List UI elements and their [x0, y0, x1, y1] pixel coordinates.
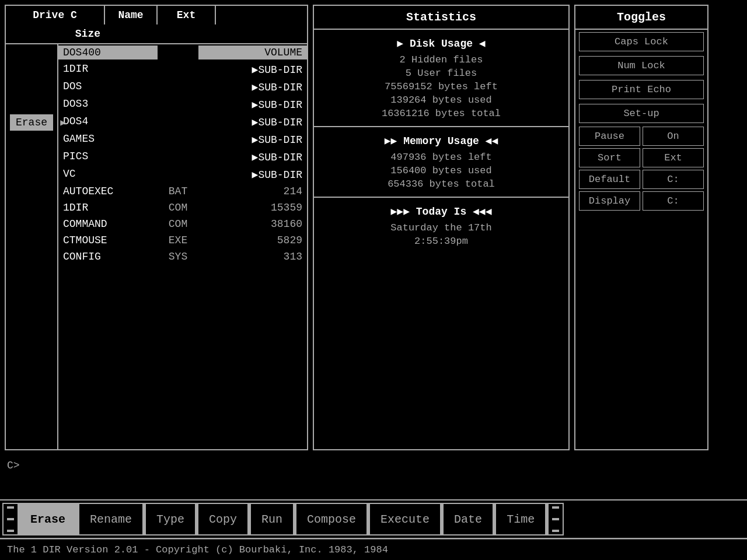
- pause-button[interactable]: Pause: [579, 127, 640, 146]
- table-row[interactable]: COMMANDCOM38160: [58, 216, 307, 232]
- date-toolbar-button[interactable]: Date: [442, 503, 494, 536]
- table-row[interactable]: GAMES▶SUB-DIR: [58, 131, 307, 148]
- footer: The 1 DIR Version 2.01 - Copyright (c) B…: [0, 539, 747, 560]
- display-row: Display C:: [579, 191, 704, 211]
- edge-line-2: [7, 518, 14, 520]
- sort-value[interactable]: Ext: [643, 148, 704, 167]
- file-name: DOS: [58, 79, 158, 94]
- cmd-prompt: C>: [0, 455, 747, 476]
- file-ext: [158, 132, 198, 147]
- file-name: 1DIR: [58, 62, 158, 77]
- table-row[interactable]: 1DIR▶SUB-DIR: [58, 61, 307, 78]
- toolbar: Erase Rename Type Copy Run Compose Execu…: [0, 499, 747, 539]
- ext-header: Ext: [158, 6, 216, 24]
- file-size: 15359: [198, 201, 307, 215]
- mem-line-2: 654336 bytes total: [388, 178, 495, 190]
- mem-line-0: 497936 bytes left: [390, 152, 491, 163]
- file-size: 5829: [198, 233, 307, 247]
- erase-toolbar-button[interactable]: Erase: [19, 503, 77, 536]
- file-header: Drive C Name Ext Size: [6, 6, 307, 44]
- erase-column: Erase: [6, 44, 58, 449]
- time-toolbar-button[interactable]: Time: [495, 503, 546, 536]
- today-line-1: 2:55:39pm: [414, 236, 468, 247]
- edge-line-6: [552, 530, 559, 532]
- file-size: 214: [198, 184, 307, 198]
- file-ext: COM: [158, 201, 198, 215]
- disk-usage-section: ▶ Disk Usage ◀ 2 Hidden files 5 User fil…: [314, 30, 568, 127]
- memory-usage-section: ▶▶ Memory Usage ◀◀ 497936 bytes left 156…: [314, 127, 568, 198]
- memory-usage-title: ▶▶ Memory Usage ◀◀: [385, 134, 498, 147]
- num-lock-button[interactable]: Num Lock: [579, 56, 704, 75]
- table-row[interactable]: DOS400VOLUME: [58, 44, 307, 61]
- toolbar-left-edge: [2, 503, 19, 536]
- table-row[interactable]: CTMOUSEEXE5829: [58, 232, 307, 249]
- caps-lock-button[interactable]: Caps Lock: [579, 32, 704, 51]
- file-list-area: Erase DOS400VOLUME1DIR▶SUB-DIRDOS▶SUB-DI…: [6, 44, 307, 449]
- rename-toolbar-button[interactable]: Rename: [78, 503, 144, 536]
- file-name: GAMES: [58, 132, 158, 147]
- file-size: 313: [198, 250, 307, 264]
- toolbar-right-edge: [547, 503, 564, 536]
- setup-button[interactable]: Set-up: [579, 104, 704, 123]
- file-name: AUTOEXEC: [58, 184, 158, 198]
- default-value[interactable]: C:: [643, 170, 704, 189]
- table-row[interactable]: PICS▶SUB-DIR: [58, 148, 307, 166]
- file-ext: [158, 46, 198, 60]
- file-name: COMMAND: [58, 217, 158, 231]
- pause-value[interactable]: On: [643, 127, 704, 146]
- file-size: ▶SUB-DIR: [198, 132, 307, 147]
- file-panel: Drive C Name Ext Size Erase DOS400VOLUME…: [5, 5, 308, 450]
- display-button[interactable]: Display: [579, 191, 640, 211]
- table-row[interactable]: 1DIRCOM15359: [58, 200, 307, 216]
- drive-label: Drive C: [6, 6, 105, 24]
- file-size: ▶SUB-DIR: [198, 62, 307, 77]
- today-section: ▶▶▶ Today Is ◀◀◀ Saturday the 17th 2:55:…: [314, 198, 568, 254]
- today-title: ▶▶▶ Today Is ◀◀◀: [390, 205, 491, 218]
- run-toolbar-button[interactable]: Run: [250, 503, 294, 536]
- default-row: Default C:: [579, 170, 704, 189]
- file-name: DOS4: [58, 114, 158, 130]
- file-name: 1DIR: [58, 201, 158, 215]
- mem-line-1: 156400 bytes used: [390, 165, 491, 176]
- edge-line-4: [552, 506, 559, 509]
- file-ext: [158, 149, 198, 164]
- file-size: ▶SUB-DIR: [198, 97, 307, 112]
- file-ext: [158, 97, 198, 112]
- file-ext: COM: [158, 217, 198, 231]
- file-ext: EXE: [158, 233, 198, 247]
- table-row[interactable]: AUTOEXECBAT214: [58, 183, 307, 200]
- table-row[interactable]: DOS3▶SUB-DIR: [58, 96, 307, 113]
- disk-usage-title: ▶ Disk Usage ◀: [397, 37, 485, 50]
- default-button[interactable]: Default: [579, 170, 640, 189]
- file-ext: [158, 167, 198, 182]
- execute-toolbar-button[interactable]: Execute: [369, 503, 441, 536]
- compose-toolbar-button[interactable]: Compose: [295, 503, 368, 536]
- file-name: VC: [58, 167, 158, 182]
- type-toolbar-button[interactable]: Type: [145, 503, 196, 536]
- disk-line-1: 5 User files: [406, 68, 477, 79]
- edge-line-1: [7, 506, 14, 509]
- file-size: 38160: [198, 217, 307, 231]
- file-size: VOLUME: [198, 46, 307, 60]
- table-row[interactable]: DOS4▶SUB-DIR: [58, 113, 307, 131]
- stats-title: Statistics: [314, 6, 568, 30]
- disk-line-3: 139264 bytes used: [390, 94, 491, 106]
- toggles-title: Toggles: [575, 6, 707, 30]
- table-row[interactable]: DOS▶SUB-DIR: [58, 78, 307, 96]
- table-row[interactable]: VC▶SUB-DIR: [58, 166, 307, 183]
- display-value[interactable]: C:: [643, 191, 704, 211]
- file-size: ▶SUB-DIR: [198, 79, 307, 94]
- sort-button[interactable]: Sort: [579, 148, 640, 167]
- print-echo-button[interactable]: Print Echo: [579, 80, 704, 99]
- file-name: DOS3: [58, 97, 158, 112]
- edge-line-3: [7, 530, 14, 532]
- stats-panel: Statistics ▶ Disk Usage ◀ 2 Hidden files…: [313, 5, 570, 450]
- table-row[interactable]: CONFIGSYS313: [58, 249, 307, 265]
- file-ext: SYS: [158, 250, 198, 264]
- erase-button[interactable]: Erase: [10, 114, 53, 131]
- edge-line-5: [552, 518, 559, 520]
- copy-toolbar-button[interactable]: Copy: [197, 503, 249, 536]
- disk-line-0: 2 Hidden files: [400, 54, 483, 65]
- file-size: ▶SUB-DIR: [198, 167, 307, 182]
- disk-line-2: 75569152 bytes left: [385, 81, 498, 92]
